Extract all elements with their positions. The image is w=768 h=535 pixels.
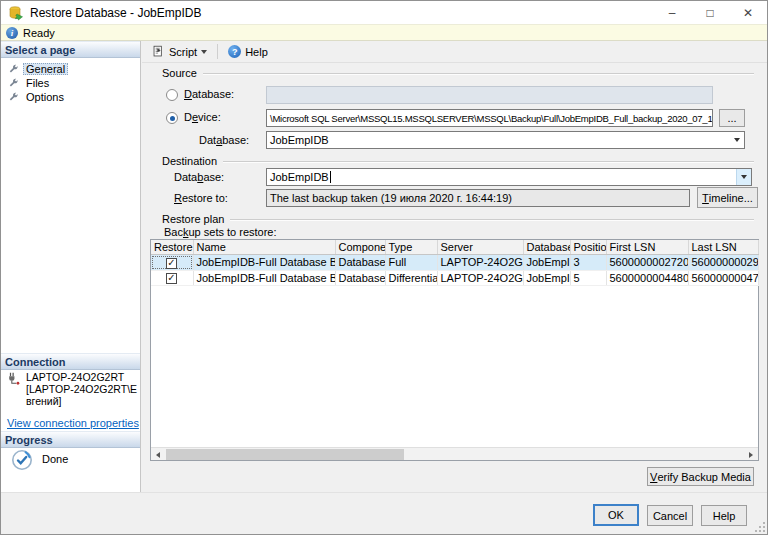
cell-position: 5 [570,270,606,286]
device-label: Device: [184,111,221,123]
source-db-select-value: JobEmpIDB [270,134,329,146]
column-header[interactable]: Server [437,240,523,255]
column-header[interactable]: Name [193,240,335,255]
source-db-select[interactable]: JobEmpIDB [266,131,745,149]
progress-status-text: Done [42,453,68,465]
help-label: Help [245,46,268,58]
restore-database-icon [8,5,24,21]
column-header[interactable]: Last LSN [688,240,758,255]
connection-icon [7,371,21,407]
verify-backup-media-button[interactable]: Verify Backup Media [647,467,754,486]
progress-header: Progress [1,431,140,448]
destination-database-label: Database: [174,171,224,183]
text-cursor [330,171,331,183]
destination-legend-text: Destination [162,155,217,167]
script-button[interactable]: Script [148,43,211,60]
cell-name: JobEmpIDB-Full Database Backup [193,255,335,271]
groupbox-line [223,161,754,163]
restore-to-field: The last backup taken (19 июля 2020 г. 1… [266,189,690,207]
resize-grip[interactable] [755,522,765,532]
main-panel: Script Help Source Database: Device: \Mi… [142,41,767,492]
backup-sets-grid: Restore Name Component Type Server Datab… [150,239,759,461]
view-connection-properties-link[interactable]: View connection properties [7,417,139,429]
sidebar-item-label: Files [23,77,52,89]
cell-database: JobEmpIDB [523,255,570,271]
ok-button[interactable]: OK [593,504,639,526]
cell-component: Database [335,270,385,286]
device-path-value: \Microsoft SQL Server\MSSQL15.MSSQLSERVE… [270,113,713,124]
sidebar-item-label: General [23,63,68,75]
cell-component: Database [335,255,385,271]
table-row[interactable]: JobEmpIDB-Full Database Backup Database … [151,255,758,271]
source-database-radio[interactable] [166,89,178,101]
done-check-icon [11,449,33,471]
horizontal-scrollbar[interactable] [151,447,758,460]
info-icon [6,27,18,39]
chevron-down-icon[interactable] [729,132,744,148]
toolbar-separator [217,44,218,59]
restore-checkbox[interactable] [166,258,177,269]
cell-type: Full [385,255,437,271]
footer-bar: OK Cancel Help [1,492,767,534]
connection-user: [LAPTOP-24O2G2RT\Евгений] [26,383,137,407]
select-a-page-header: Select a page [1,41,140,58]
device-radio[interactable] [166,112,178,124]
script-icon [152,45,165,58]
help-icon [228,45,241,58]
scroll-left-arrow[interactable] [152,449,164,460]
sidebar-item-options[interactable]: Options [1,90,140,104]
cell-type: Differential [385,270,437,286]
column-header[interactable]: Type [385,240,437,255]
cell-name: JobEmpIDB-Full Database Backup [193,270,335,286]
table-row[interactable]: JobEmpIDB-Full Database Backup Database … [151,270,758,286]
grid-header-row: Restore Name Component Type Server Datab… [151,240,758,255]
sidebar-item-files[interactable]: Files [1,76,140,90]
sidebar-item-label: Options [23,91,67,103]
chevron-down-icon[interactable] [736,169,751,185]
source-database-label: Database: [184,88,234,100]
restore-plan-group-legend: Restore plan [162,213,754,225]
destination-group-legend: Destination [162,155,754,167]
page-list: General Files Options [1,62,140,104]
maximize-button[interactable]: □ [691,1,729,24]
restore-plan-legend-text: Restore plan [162,213,224,225]
cell-last-lsn: 56000000047200001 [688,270,758,286]
restore-checkbox[interactable] [166,273,177,284]
timeline-button[interactable]: Timeline... [697,187,758,208]
title-bar: Restore Database - JobEmpIDB – □ ✕ [1,1,767,24]
chevron-down-icon [201,50,207,54]
window-title: Restore Database - JobEmpIDB [30,6,201,20]
sidebar: Select a page General Files Options [1,41,141,492]
connection-info: LAPTOP-24O2G2RT [LAPTOP-24O2G2RT\Евгений… [7,371,138,407]
source-legend-text: Source [162,67,197,79]
scroll-right-arrow[interactable] [745,449,757,460]
sidebar-item-general[interactable]: General [1,62,140,76]
cell-server: LAPTOP-24O2G2RT [437,255,523,271]
column-header[interactable]: Database [523,240,570,255]
wrench-icon [8,64,19,75]
column-header[interactable]: Position [570,240,606,255]
minimize-button[interactable]: – [653,1,691,24]
scrollbar-thumb[interactable] [166,449,404,460]
help-button-footer[interactable]: Help [701,505,747,526]
groupbox-line [203,73,754,75]
column-header[interactable]: Component [335,240,385,255]
cancel-button[interactable]: Cancel [647,505,693,526]
destination-database-value: JobEmpIDB [270,171,329,183]
device-path-field[interactable]: \Microsoft SQL Server\MSSQL15.MSSQLSERVE… [266,109,713,127]
browse-button[interactable]: ... [719,109,745,127]
toolbar: Script Help [142,41,767,63]
destination-database-combo[interactable]: JobEmpIDB [266,168,752,186]
cell-first-lsn: 56000000044800001 [606,270,688,286]
restore-database-dialog: Restore Database - JobEmpIDB – □ ✕ Ready… [0,0,768,535]
column-header[interactable]: Restore [151,240,193,255]
script-label: Script [169,46,197,58]
column-header[interactable]: First LSN [606,240,688,255]
cell-first-lsn: 56000000027200001 [606,255,688,271]
cell-server: LAPTOP-24O2G2RT [437,270,523,286]
status-strip: Ready [1,24,767,41]
close-button[interactable]: ✕ [729,1,767,24]
groupbox-line [230,219,754,221]
backup-sets-caption: Backup sets to restore: [164,226,277,238]
help-button[interactable]: Help [224,43,272,60]
